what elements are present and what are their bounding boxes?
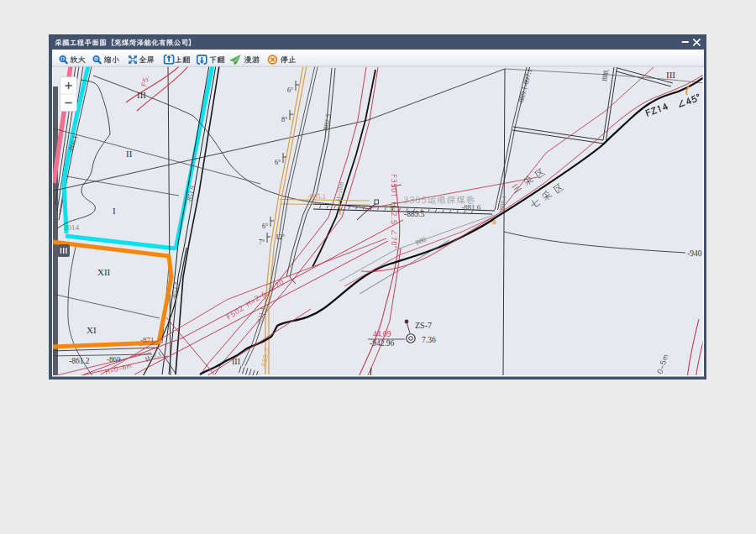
svg-text:7°: 7° xyxy=(259,238,265,246)
svg-text:6°: 6° xyxy=(275,159,281,166)
svg-text:8°: 8° xyxy=(281,116,287,123)
svg-text:7.36: 7.36 xyxy=(422,336,436,344)
svg-text:6°: 6° xyxy=(262,222,268,230)
svg-text:-861.2: -861.2 xyxy=(69,357,90,365)
svg-text:II: II xyxy=(126,149,133,159)
svg-text:XII: XII xyxy=(97,267,111,277)
svg-text:44.09: 44.09 xyxy=(373,330,391,338)
svg-text:-869: -869 xyxy=(107,355,121,364)
svg-text:III: III xyxy=(666,70,675,80)
svg-text:III: III xyxy=(232,357,240,366)
svg-text:-942.96: -942.96 xyxy=(370,339,395,348)
svg-text:2014: 2014 xyxy=(64,223,80,232)
svg-text:III: III xyxy=(137,90,146,100)
svg-text:-905.1: -905.1 xyxy=(307,192,326,201)
svg-text:12°: 12° xyxy=(276,233,285,241)
svg-text:-881.6: -881.6 xyxy=(461,203,481,212)
svg-text:-889.5: -889.5 xyxy=(404,210,425,218)
svg-text:I: I xyxy=(113,206,116,216)
svg-text:6°: 6° xyxy=(287,86,293,94)
svg-text:-871: -871 xyxy=(140,336,155,344)
svg-text:-940: -940 xyxy=(687,249,702,258)
svg-text:ZS-7: ZS-7 xyxy=(415,321,432,330)
svg-text:XI: XI xyxy=(87,325,97,335)
